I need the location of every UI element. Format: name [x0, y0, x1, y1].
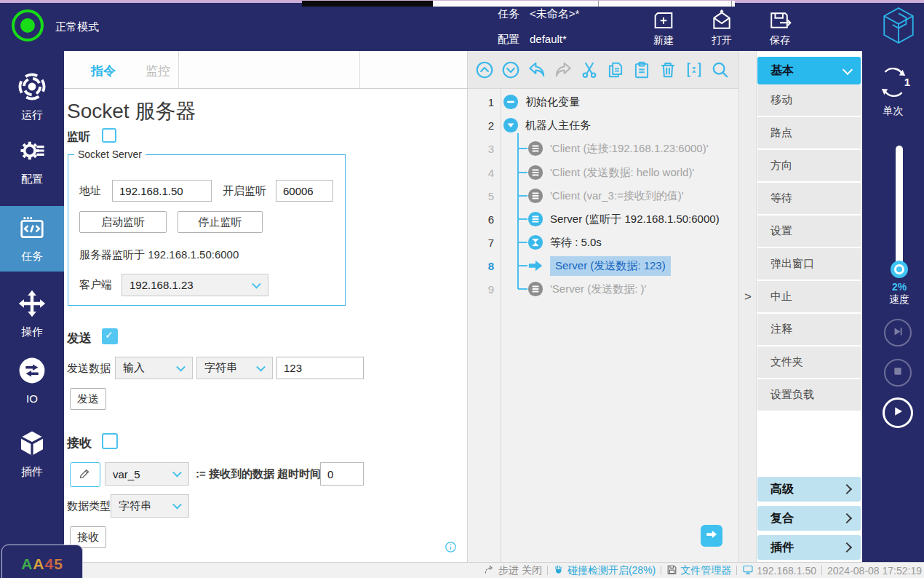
new-button[interactable]: 新建: [640, 9, 687, 47]
tree-row[interactable]: 3 'Client (连接:192.168.1.23:6000)': [468, 137, 738, 160]
sidebar-item-run[interactable]: 运行: [0, 73, 64, 122]
sidebar-item-plugin[interactable]: 插件: [0, 429, 64, 479]
tab-instruction[interactable]: 指令: [91, 63, 116, 79]
send-data-input[interactable]: [276, 357, 364, 379]
group-legend: Socket Server: [74, 149, 146, 160]
search-icon[interactable]: [711, 60, 730, 79]
command-item-move[interactable]: 移动: [757, 84, 861, 116]
collapse-all-icon[interactable]: [475, 60, 494, 79]
jump-to-current-button[interactable]: [701, 525, 722, 547]
stop-button[interactable]: [884, 359, 912, 387]
tab-separator: [359, 51, 360, 89]
arrow-right-icon: [705, 528, 718, 544]
command-item-abort[interactable]: 中止: [757, 281, 861, 312]
step-mode-status[interactable]: 步进 关闭: [484, 564, 542, 577]
tree-row[interactable]: 6 Server (监听于 192.168.1.50:6000): [468, 207, 738, 231]
tree-row[interactable]: 4 'Client (发送数据: hello world)': [468, 161, 738, 184]
timeout-input[interactable]: [320, 462, 364, 486]
command-item-direction[interactable]: 方向: [757, 150, 861, 181]
port-input[interactable]: [276, 180, 333, 202]
screen-artifact-black-bar: [302, 1, 433, 7]
command-item-folder[interactable]: 文件夹: [757, 347, 861, 378]
send-mode-value: 输入: [123, 361, 145, 375]
client-label: 客户端: [79, 274, 112, 296]
collapsed-node-icon[interactable]: [503, 94, 519, 110]
skip-next-icon: [892, 325, 904, 341]
badge-char: A: [21, 555, 33, 573]
copy-icon[interactable]: [606, 60, 625, 79]
data-type-select[interactable]: 字符串: [111, 494, 189, 518]
command-item-set[interactable]: 设置: [757, 215, 861, 247]
start-listen-button[interactable]: 启动监听: [79, 211, 167, 233]
collision-hand-icon: [553, 563, 565, 577]
command-item-waypoint[interactable]: 路点: [757, 117, 861, 149]
tree-row[interactable]: 2 机器人主任务: [468, 114, 738, 137]
sidebar-item-io[interactable]: IO: [0, 357, 64, 405]
tree-row[interactable]: 7 等待 : 5.0s: [468, 231, 738, 254]
tree-row-label: 初始化变量: [525, 95, 580, 109]
stop-listen-button[interactable]: 停止监听: [178, 211, 263, 233]
send-button[interactable]: 发送: [70, 388, 106, 410]
send-mode-select[interactable]: 输入: [115, 357, 193, 379]
screen-artifact-white-bar: [433, 1, 735, 7]
cut-icon[interactable]: [580, 60, 599, 79]
expand-all-icon[interactable]: [501, 60, 520, 79]
tree-row-selected[interactable]: 8 Server (发送数据: 123): [468, 254, 738, 277]
redo-icon[interactable]: [554, 60, 573, 79]
tree-row[interactable]: 5 'Client (var_3:=接收到的值)': [468, 184, 738, 207]
undo-icon[interactable]: [527, 60, 546, 79]
command-group-label: 插件: [770, 540, 794, 555]
command-group-advanced[interactable]: 高级: [757, 477, 861, 502]
command-item-wait[interactable]: 等待: [757, 183, 861, 214]
edit-variable-button[interactable]: [70, 462, 100, 487]
open-button[interactable]: 打开: [698, 9, 745, 47]
info-icon[interactable]: [445, 541, 457, 556]
tree-row-label: 'Client (连接:192.168.1.23:6000)': [550, 142, 709, 156]
tree-row[interactable]: 1 初始化变量: [468, 90, 738, 114]
line-number: 7: [468, 237, 501, 249]
speed-slider-track[interactable]: [896, 146, 903, 275]
gear-icon: [18, 137, 46, 167]
sidebar-item-task[interactable]: 任务: [0, 206, 64, 272]
receive-var-select[interactable]: var_5: [105, 462, 189, 486]
command-item-comment[interactable]: 注释: [757, 314, 861, 345]
chevron-down-icon: [843, 65, 853, 75]
command-palette: 基本 移动 路点 方向 等待 设置 弹出窗口 中止 注释 文件夹 设置负载 高级…: [757, 51, 862, 562]
client-select[interactable]: 192.168.1.23: [122, 274, 268, 296]
file-manager-link[interactable]: 文件管理器: [666, 564, 731, 577]
command-group-plugin[interactable]: 插件: [757, 535, 861, 560]
command-group-composite[interactable]: 复合: [757, 506, 861, 531]
sidebar-item-operate[interactable]: 操作: [0, 290, 64, 339]
command-item-payload[interactable]: 设置负载: [757, 379, 861, 411]
collapse-panel-chevron-icon[interactable]: >: [744, 290, 752, 304]
step-over-button[interactable]: [884, 319, 912, 347]
address-input[interactable]: [112, 180, 212, 202]
collision-detection-status[interactable]: 碰撞检测开启(28%): [553, 563, 656, 577]
speed-slider-knob[interactable]: [891, 261, 908, 278]
play-button[interactable]: [883, 397, 913, 428]
tab-monitor[interactable]: 监控: [146, 63, 170, 79]
port-label: 开启监听: [223, 180, 266, 202]
send-type-select[interactable]: 字符串: [196, 357, 273, 379]
expanded-node-icon[interactable]: [503, 117, 519, 133]
chevron-right-icon: [842, 542, 852, 553]
listen-checkbox[interactable]: [102, 128, 116, 143]
chevron-down-icon: [172, 500, 182, 510]
panel-splitter[interactable]: >: [738, 51, 757, 562]
save-button[interactable]: 保存: [757, 9, 803, 47]
send-checkbox[interactable]: [102, 328, 118, 344]
receive-label: 接收: [67, 435, 92, 451]
statement-icon: [527, 140, 543, 157]
receive-checkbox[interactable]: [102, 433, 118, 449]
command-category-basic[interactable]: 基本: [757, 57, 861, 84]
sidebar-item-config[interactable]: 配置: [0, 137, 64, 186]
task-line: 任务<未命名>*: [498, 7, 579, 21]
delete-icon[interactable]: [658, 60, 677, 79]
paste-icon[interactable]: [632, 60, 651, 79]
single-run-toggle[interactable]: 1 单次: [862, 66, 924, 118]
tree-row[interactable]: 9 'Server (发送数据: )': [468, 277, 738, 301]
account-badge[interactable]: A A 4 5: [1, 545, 83, 578]
program-tree-panel: 1 初始化变量 2 机器人主任务 3 'Client (连接:192.168.1…: [468, 51, 738, 562]
command-item-popup[interactable]: 弹出窗口: [757, 248, 861, 280]
insert-between-icon[interactable]: [685, 60, 704, 79]
